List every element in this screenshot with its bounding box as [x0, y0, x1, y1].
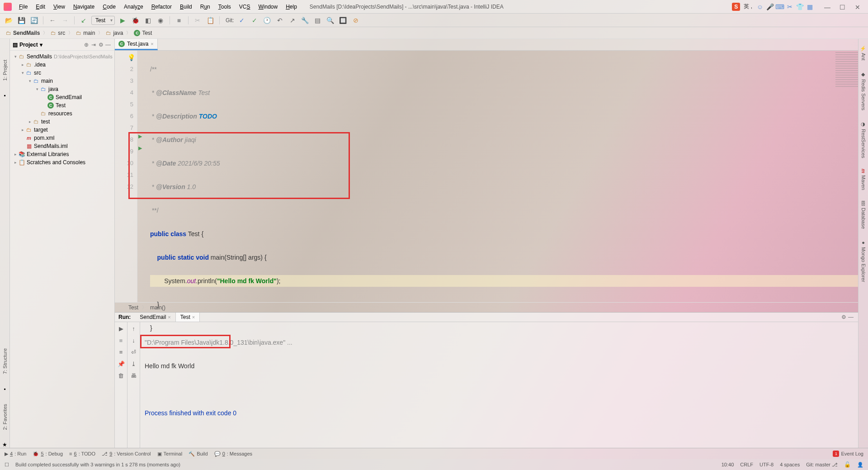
git-history-icon[interactable]: 🕐 — [262, 15, 272, 25]
down-icon[interactable]: ↓ — [129, 336, 138, 345]
maximize-button[interactable]: ☐ — [840, 4, 846, 10]
coverage-icon[interactable]: ◧ — [143, 15, 153, 25]
tree-node-test[interactable]: ▸🗀test — [10, 118, 114, 126]
close-tab-icon[interactable]: × — [151, 41, 153, 47]
sogou-ime-icon[interactable]: S — [732, 3, 740, 11]
expand-icon[interactable]: ↙ — [79, 15, 89, 25]
ime-language-label[interactable]: 英 , — [744, 3, 752, 10]
tree-node-resources[interactable]: 🗀resources — [10, 109, 114, 118]
minimize-button[interactable]: — — [824, 4, 830, 10]
paste-icon[interactable]: 📋 — [205, 15, 215, 25]
rerun-icon[interactable]: ▶ — [117, 324, 126, 333]
tree-node-sendmails-iml[interactable]: ▦SendMails.iml — [10, 142, 114, 150]
tree-node-sendemail[interactable]: CSendEmail — [10, 93, 114, 101]
menu-help[interactable]: Help — [282, 2, 301, 11]
tray-bookmark-icon[interactable]: ✂ — [786, 3, 794, 11]
tray-keyboard-icon[interactable]: ⌨ — [776, 3, 784, 11]
forward-icon[interactable]: → — [60, 15, 70, 25]
right-tab-maven[interactable]: mMaven — [860, 166, 867, 193]
find-icon[interactable]: 🔲 — [338, 15, 348, 25]
tree-node-pom-xml[interactable]: mpom.xml — [10, 134, 114, 142]
tree-node-external-libraries[interactable]: ▸📚External Libraries — [10, 150, 114, 158]
crumb-sendmails[interactable]: 🗀SendMails — [4, 29, 42, 37]
right-tab-rest[interactable]: ◑RestServices — [859, 119, 867, 161]
git-push-icon[interactable]: ↗ — [288, 15, 297, 25]
menu-window[interactable]: Window — [255, 2, 281, 11]
run-config-dropdown[interactable]: Test — [91, 16, 115, 25]
close-button[interactable]: ✕ — [855, 4, 861, 10]
right-tab-mongo[interactable]: ●Mongo Explorer — [860, 237, 867, 285]
scroll-to-icon[interactable]: ⊕ — [83, 41, 90, 48]
editor-tab-test[interactable]: C Test.java × — [115, 39, 158, 50]
menu-edit[interactable]: Edit — [32, 2, 49, 11]
stop-run-icon[interactable]: ■ — [117, 336, 126, 345]
tree-node-target[interactable]: ▸🗀target — [10, 126, 114, 134]
panel-settings-icon[interactable]: ⚙ — [97, 41, 104, 48]
menu-refactor[interactable]: Refactor — [148, 2, 175, 11]
menu-run[interactable]: Run — [197, 2, 214, 11]
menu-view[interactable]: View — [50, 2, 69, 11]
caret-position[interactable]: 10:40 — [722, 462, 734, 467]
tray-grid-icon[interactable]: ▦ — [806, 3, 814, 11]
collapse-icon[interactable]: ⇥ — [90, 41, 97, 48]
left-tab-structure[interactable]: 7: Structure — [1, 346, 9, 377]
inspections-icon[interactable]: 👤 — [857, 462, 863, 468]
project-tree[interactable]: ▾🗀SendMailsD:\IdeaProjects\SendMails▸🗀.i… — [10, 51, 114, 448]
scroll-icon[interactable]: ⤓ — [129, 359, 138, 368]
up-icon[interactable]: ↑ — [129, 324, 138, 333]
right-tab-database[interactable]: 🗄Database — [860, 198, 867, 232]
minimap-icon[interactable] — [835, 51, 858, 87]
hide-panel-icon[interactable]: — — [104, 41, 112, 48]
crumb-test[interactable]: CTest — [132, 29, 154, 37]
left-tab-favorites[interactable]: 2: Favorites — [1, 401, 9, 432]
git-branch[interactable]: Git: master ⎇ — [806, 462, 838, 468]
tree-node-main[interactable]: ▾🗀main — [10, 77, 114, 85]
run-button-icon[interactable]: ▶ — [118, 15, 127, 25]
save-icon[interactable]: 💾 — [16, 15, 26, 25]
right-tab-ant[interactable]: ⚡Ant — [859, 43, 867, 63]
tray-shirt-icon[interactable]: 👕 — [796, 3, 804, 11]
tree-node-java[interactable]: ▾🗀java — [10, 85, 114, 93]
tree-node-src[interactable]: ▾🗀src — [10, 69, 114, 77]
intention-bulb-icon[interactable]: 💡 — [127, 52, 135, 63]
line-separator[interactable]: CRLF — [740, 462, 753, 467]
pin-icon[interactable]: 📌 — [117, 359, 126, 368]
back-icon[interactable]: ← — [47, 15, 57, 25]
code-editor[interactable]: /** * @ClassName Test * @Description TOD… — [137, 51, 858, 302]
crumb-java[interactable]: 🗀java — [104, 29, 125, 37]
layout-icon[interactable]: ≡ — [117, 347, 126, 356]
crumb-src[interactable]: 🗀src — [48, 29, 67, 37]
stop-icon[interactable]: ■ — [174, 15, 184, 25]
menu-file[interactable]: File — [15, 2, 31, 11]
tree-node-scratches-and-consoles[interactable]: ▸📋Scratches and Consoles — [10, 158, 114, 166]
tool-debug[interactable]: 🐞 5: Debug — [33, 451, 63, 457]
tool-run[interactable]: ▶ 4: Run — [5, 451, 26, 457]
profile-icon[interactable]: ◉ — [156, 15, 165, 25]
git-revert-icon[interactable]: ↶ — [275, 15, 285, 25]
open-icon[interactable]: 📂 — [4, 15, 14, 25]
menu-tools[interactable]: Tools — [215, 2, 235, 11]
left-tab-project[interactable]: 1: Project — [1, 57, 9, 83]
trash-icon[interactable]: 🗑 — [117, 371, 126, 380]
tool-todo[interactable]: ≡ 6: TODO — [69, 451, 95, 456]
settings-icon[interactable]: 🔧 — [300, 15, 310, 25]
debug-icon[interactable]: 🐞 — [130, 15, 140, 25]
right-tab-redis[interactable]: ◆Redis Servers — [859, 69, 867, 113]
tray-mic-icon[interactable]: 🎤 — [766, 3, 774, 11]
tree-node-sendmails[interactable]: ▾🗀SendMailsD:\IdeaProjects\SendMails — [10, 52, 114, 61]
indent[interactable]: 4 spaces — [780, 462, 800, 467]
stop-all-icon[interactable]: ⊘ — [351, 15, 361, 25]
readonly-lock-icon[interactable]: 🔓 — [844, 461, 851, 468]
menu-navigate[interactable]: Navigate — [70, 2, 98, 11]
tray-smile-icon[interactable]: ☺ — [756, 3, 764, 11]
git-commit-icon[interactable]: ✓ — [250, 15, 259, 25]
tree-node-test[interactable]: CTest — [10, 101, 114, 109]
menu-analyze[interactable]: Analyze — [120, 2, 147, 11]
encoding[interactable]: UTF-8 — [760, 462, 774, 467]
menu-code[interactable]: Code — [99, 2, 119, 11]
wrap-icon[interactable]: ⏎ — [129, 347, 138, 356]
console-output[interactable]: "D:\Program Files\Java\jdk1.8.0_131\bin\… — [140, 322, 858, 457]
menu-vcs[interactable]: VCS — [236, 2, 254, 11]
git-update-icon[interactable]: ✓ — [237, 15, 247, 25]
print-icon[interactable]: 🖶 — [129, 371, 138, 380]
